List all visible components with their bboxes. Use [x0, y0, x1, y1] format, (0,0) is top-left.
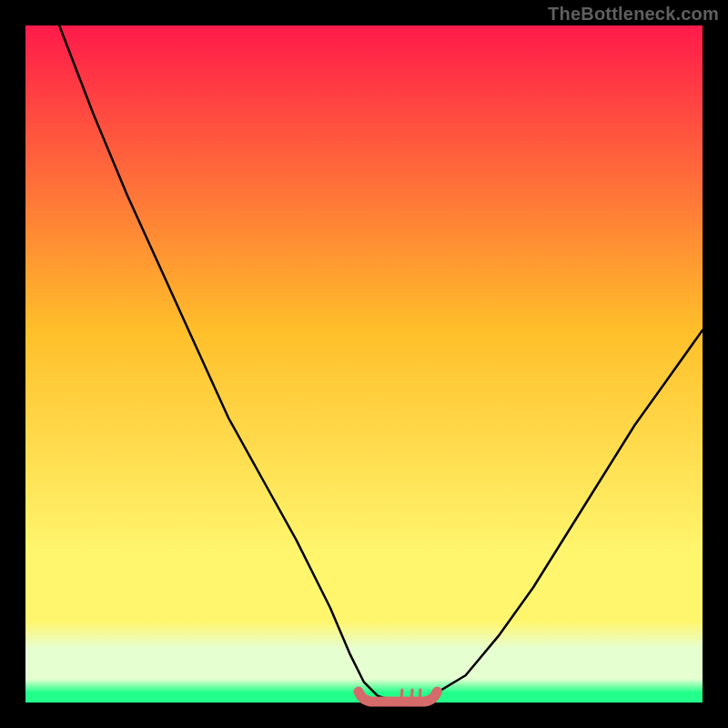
chart-stage: TheBottleneck.com	[0, 0, 728, 728]
chart-plot-area	[25, 25, 703, 703]
watermark-text: TheBottleneck.com	[548, 4, 719, 25]
svg-line-2	[420, 690, 420, 700]
svg-line-0	[401, 690, 402, 700]
svg-line-1	[411, 690, 412, 700]
bottleneck-chart	[0, 0, 728, 728]
